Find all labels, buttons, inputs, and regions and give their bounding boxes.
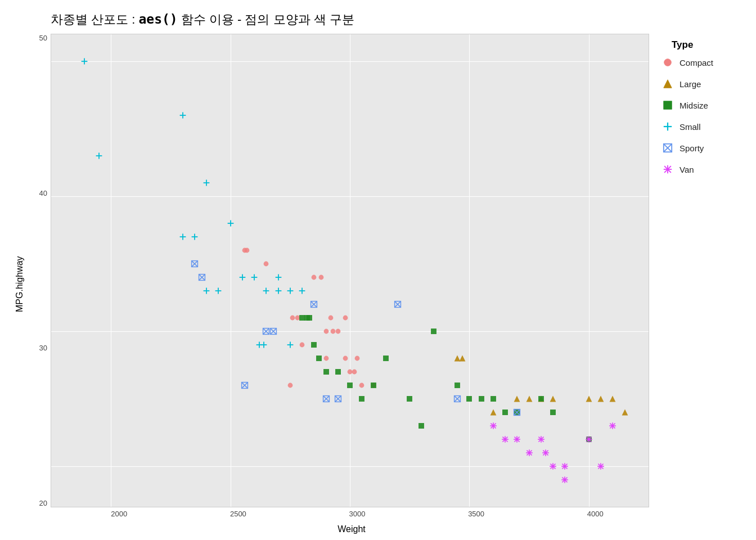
svg-marker-24 xyxy=(526,396,532,402)
svg-rect-176 xyxy=(664,101,672,109)
data-point-van xyxy=(597,463,605,470)
svg-point-8 xyxy=(328,316,334,321)
y-tick-30: 30 xyxy=(39,344,47,352)
data-point-small xyxy=(191,233,198,240)
data-point-van xyxy=(514,436,521,443)
svg-point-16 xyxy=(287,383,292,388)
data-point-midsize xyxy=(359,396,365,402)
data-point-van xyxy=(550,463,557,470)
data-point-van xyxy=(561,463,569,470)
data-point-van xyxy=(561,476,569,484)
svg-marker-23 xyxy=(514,396,520,402)
svg-point-6 xyxy=(319,275,324,280)
x-axis: 20002500300035004000 xyxy=(54,510,649,521)
svg-marker-30 xyxy=(622,410,628,416)
data-point-compact xyxy=(328,315,334,321)
legend-symbol-van xyxy=(660,162,675,177)
data-point-midsize xyxy=(382,356,389,362)
data-point-small xyxy=(260,341,267,348)
data-point-sporty xyxy=(310,301,317,308)
data-point-sporty xyxy=(241,382,248,389)
title-part2: aes() xyxy=(138,12,177,26)
svg-point-12 xyxy=(343,356,348,361)
grid-line-v xyxy=(350,34,350,507)
svg-point-15 xyxy=(354,356,359,361)
legend-symbol-large xyxy=(660,76,675,91)
data-point-small xyxy=(215,287,222,294)
data-point-midsize xyxy=(478,396,484,402)
legend-item-van: Van xyxy=(660,162,713,177)
data-point-compact xyxy=(318,274,325,281)
data-point-midsize xyxy=(502,410,508,416)
title-part3: 함수 이용 - 점의 모양과 색 구분 xyxy=(178,12,354,26)
svg-point-7 xyxy=(323,329,328,334)
data-point-large xyxy=(459,355,466,362)
legend-title: Type xyxy=(672,39,693,51)
svg-point-5 xyxy=(312,275,317,280)
svg-point-2 xyxy=(264,262,269,267)
data-point-midsize xyxy=(347,382,353,389)
svg-rect-39 xyxy=(347,382,353,388)
data-point-large xyxy=(526,395,533,402)
svg-rect-51 xyxy=(550,410,556,415)
data-point-compact xyxy=(335,328,341,335)
data-point-midsize xyxy=(538,396,544,402)
svg-rect-44 xyxy=(454,382,460,388)
data-point-compact xyxy=(354,356,360,362)
svg-marker-31 xyxy=(490,410,496,416)
chart-container: 차종별 산포도 : aes() 함수 이용 - 점의 모양과 색 구분 MPG.… xyxy=(0,0,756,540)
y-ticks: 50 40 30 20 xyxy=(28,34,51,507)
svg-point-10 xyxy=(335,329,340,334)
svg-point-20 xyxy=(300,343,305,348)
x-tick-4000: 4000 xyxy=(578,510,612,518)
svg-rect-48 xyxy=(502,410,508,415)
data-point-small xyxy=(227,220,234,227)
legend-symbol-midsize xyxy=(660,98,675,112)
data-point-sporty xyxy=(270,328,277,335)
data-point-van xyxy=(489,422,497,430)
svg-point-1 xyxy=(245,248,250,253)
svg-marker-29 xyxy=(610,396,616,402)
y-axis-label: MPG.highway xyxy=(11,34,28,534)
data-point-midsize xyxy=(430,328,436,335)
svg-point-19 xyxy=(323,356,328,361)
data-point-van xyxy=(525,449,533,457)
data-point-small xyxy=(299,287,305,294)
chart-title: 차종별 산포도 : aes() 함수 이용 - 점의 모양과 색 구분 xyxy=(51,11,354,28)
svg-rect-37 xyxy=(323,369,329,375)
data-point-small xyxy=(263,287,269,294)
data-point-midsize xyxy=(311,342,317,348)
data-point-sporty xyxy=(263,328,269,335)
data-point-midsize xyxy=(306,315,312,321)
data-point-midsize xyxy=(466,396,472,402)
svg-rect-50 xyxy=(538,396,544,402)
data-point-midsize xyxy=(407,396,413,402)
data-point-compact xyxy=(299,342,305,348)
data-point-sporty xyxy=(191,260,198,267)
data-point-midsize xyxy=(454,382,461,389)
y-tick-20: 20 xyxy=(39,499,47,507)
x-tick-2500: 2500 xyxy=(221,510,255,518)
svg-marker-28 xyxy=(598,396,604,402)
data-point-sporty xyxy=(335,395,341,402)
data-point-large xyxy=(597,395,604,402)
x-axis-label: Weight xyxy=(54,524,649,534)
svg-rect-46 xyxy=(479,396,484,402)
data-point-small xyxy=(203,179,210,186)
data-point-small xyxy=(203,287,210,294)
data-point-small xyxy=(96,152,102,159)
data-point-midsize xyxy=(323,369,329,375)
data-point-midsize xyxy=(490,396,496,402)
svg-rect-53 xyxy=(418,423,424,429)
grid-line-v xyxy=(111,34,111,507)
data-point-small xyxy=(81,58,88,65)
legend-symbol-sporty xyxy=(660,141,675,155)
data-point-van xyxy=(585,436,592,443)
y-tick-40: 40 xyxy=(39,189,47,197)
legend-label-compact: Compact xyxy=(680,58,713,68)
data-point-compact xyxy=(244,248,250,254)
legend-symbol-small xyxy=(660,119,675,134)
data-point-large xyxy=(514,395,520,402)
data-point-large xyxy=(586,395,592,402)
legend-item-large: Large xyxy=(660,76,713,91)
